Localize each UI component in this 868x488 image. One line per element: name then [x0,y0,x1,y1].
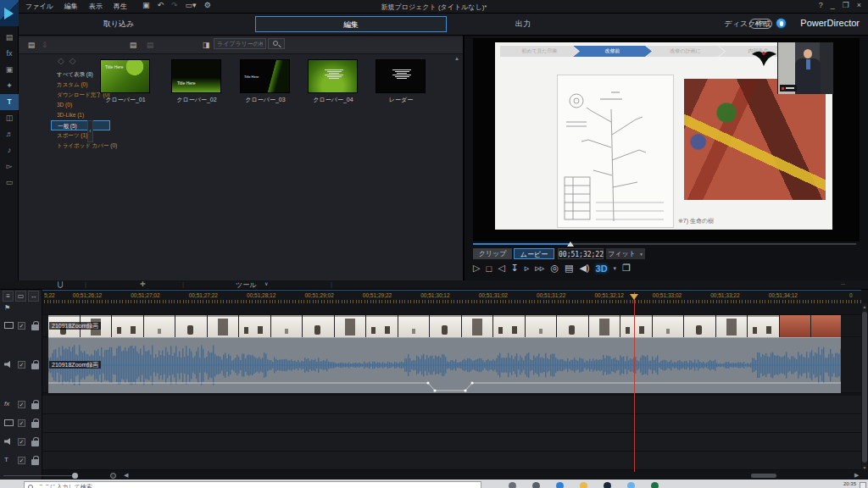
video-track-1-enable-checkbox[interactable]: ✓ [18,322,25,330]
fx-track-lock-icon[interactable] [31,403,39,409]
horizontal-scrollbar-thumb[interactable] [751,474,776,478]
template-thumb-4[interactable] [308,59,358,93]
stop-button[interactable]: □ [486,263,492,274]
clip-mode-button[interactable]: クリップ [473,248,512,259]
category-7[interactable]: スポーツ (1) [51,130,110,141]
video-track-2-lane[interactable] [42,414,861,433]
audio-track-1-enable-checkbox[interactable]: ✓ [18,361,25,369]
vertical-scrollbar-thumb[interactable] [862,312,867,463]
template-thumb-3[interactable]: Title Here [240,59,290,93]
audio-track-1-lock-icon[interactable] [31,363,39,369]
scroll-left-icon[interactable]: ◀ [124,472,128,479]
template-thumb-1[interactable]: Title Here [100,59,150,93]
video-track-2-enable-checkbox[interactable]: ✓ [18,419,25,427]
tools-chevron-icon[interactable]: ∨ [264,280,268,286]
steam-taskbar-icon[interactable] [604,482,611,488]
template-thumb-2[interactable]: Title Here [171,59,221,93]
video-track-2-lock-icon[interactable] [31,422,39,428]
onedrive-taskbar-icon[interactable] [627,482,635,488]
scroll-up-icon[interactable]: ▲ [862,304,867,309]
play-button[interactable]: ▷ [473,263,480,274]
import-media-icon[interactable]: ▤ [25,40,37,51]
category-5[interactable]: 3D-Like (1) [51,110,110,120]
video-clip[interactable] [48,315,841,337]
fx-track-enable-checkbox[interactable]: ✓ [18,401,25,408]
particle-room[interactable]: ✦ [0,78,19,94]
audio-track-2-enable-checkbox[interactable]: ✓ [18,438,25,446]
audio-mixing-room[interactable]: ♬ [0,126,19,142]
title-track-1-lock-icon[interactable] [31,459,39,465]
action-center-icon[interactable] [860,482,866,488]
files-taskbar-icon[interactable] [580,482,587,488]
transition-room[interactable]: ◫ [0,110,19,126]
previous-frame-button[interactable]: ◁ [498,263,504,274]
pip-objects-room[interactable]: ▣ [0,62,19,78]
3d-mode-button[interactable]: 3D [596,263,608,274]
effect-room[interactable]: fx [0,46,19,62]
playhead-marker[interactable] [630,294,638,300]
tab-4[interactable]: ディスク作成 [697,16,798,32]
scroll-down-icon[interactable]: ▼ [862,465,867,470]
category-6[interactable]: 一般 (5) [51,120,110,130]
tab-2[interactable]: 編集 [255,16,447,32]
media-room[interactable]: ▤ [0,30,19,46]
template-thumb-5[interactable] [376,59,426,93]
move-tool-icon[interactable]: ✛ [140,280,146,288]
close-button[interactable]: × [857,1,861,9]
timeline-ruler[interactable]: 5;2200;51;26;1200;51;27;0200;51;27;2200;… [42,290,861,303]
collapse-panel-handle[interactable]: ‹ [87,120,93,142]
search-taskbar-icon[interactable] [509,482,516,488]
display-mode-icon[interactable]: ◨ [200,40,212,51]
voiceover-room[interactable]: ♪ [0,142,19,158]
marker-track-lane[interactable] [42,303,861,315]
snapshot-button[interactable]: ◎ [550,263,559,274]
marker-flag-icon[interactable]: ⚑ [4,304,10,312]
preview-video-area[interactable]: 初めて見た印象改修前改修の計画に内部再生 [473,38,860,241]
volume-keyframe-line[interactable] [48,337,841,393]
category-8[interactable]: トライポッド カバー (0) [51,141,110,151]
zoom-fit-dropdown[interactable]: フィット [606,248,645,259]
timecode-display[interactable]: 00;51;32;22 [558,248,604,259]
timeline-zoom-slider[interactable] [3,475,75,476]
step-capture-button[interactable]: ↧ [511,263,519,274]
title-room[interactable]: T [0,94,19,110]
volume-button[interactable]: ◀) [579,263,589,274]
edge-taskbar-icon[interactable] [556,482,564,488]
scroll-right-icon[interactable]: ▶ [854,472,859,479]
playhead-line[interactable] [634,292,635,472]
new-title-icon[interactable]: ▤ [127,40,139,51]
movie-mode-button[interactable]: ムービー [514,248,554,259]
library-search-button[interactable] [268,38,285,49]
3d-dropdown-button[interactable]: ▾ [614,265,617,272]
undock-button[interactable]: ❐ [622,263,631,274]
fit-timeline-icon[interactable]: ↔ [28,291,39,302]
tab-3[interactable]: 出力 [485,16,561,32]
audio-track-2-lane[interactable] [42,433,861,452]
seek-bar-thumb[interactable] [567,241,574,247]
task-view-taskbar-icon[interactable] [532,482,540,488]
category-scroll-up-icon[interactable]: ▲ [81,71,86,76]
taskbar-search-box[interactable]: ここに入力して検索 [24,481,481,488]
system-tray-clock[interactable]: 20:35 [843,481,856,486]
fx-track-lane[interactable] [42,396,861,414]
tools-dropdown[interactable]: ツール [236,280,256,290]
range-select-icon[interactable]: ▭ [15,291,26,302]
minimize-button[interactable]: _ [831,1,835,9]
magnet-snap-icon[interactable]: ⋃ [58,280,64,288]
excel-taskbar-icon[interactable] [651,482,659,488]
title-track-1-lane[interactable] [42,452,861,470]
preview-quality-button[interactable]: ▤ [565,263,573,274]
audio-track-2-lock-icon[interactable] [31,441,39,446]
tab-1[interactable]: 取り込み [81,16,157,32]
zoom-slider-knob[interactable] [72,473,78,479]
video-track-1-lock-icon[interactable] [31,324,39,330]
chapter-room[interactable]: ▻ [0,158,19,175]
track-manager-icon[interactable]: ≡ [3,291,14,302]
restore-button[interactable]: ❐ [843,1,849,9]
fast-forward-button[interactable]: ▹▹ [535,263,544,274]
next-frame-button[interactable]: ▹ [525,263,530,274]
help-button[interactable]: ? [819,1,823,9]
zoom-plus-button[interactable] [110,473,116,479]
title-track-1-enable-checkbox[interactable]: ✓ [18,457,25,464]
thumbnails-scroll-up-icon[interactable]: ▲ [454,56,459,61]
